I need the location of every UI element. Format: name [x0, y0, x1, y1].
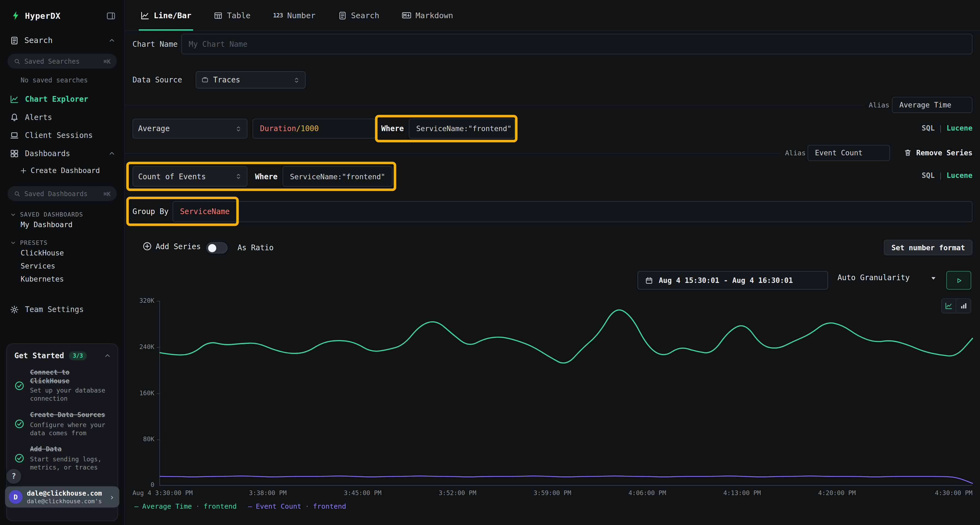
sidebar-item-team-settings[interactable]: Team Settings — [0, 300, 124, 319]
sidebar-item-client-sessions[interactable]: Client Sessions — [0, 126, 124, 144]
datasource-icon — [201, 76, 209, 84]
trash-icon[interactable] — [904, 149, 912, 157]
groupby-token: ServiceName — [180, 207, 229, 216]
x-axis-label: 3:45:00 PM — [344, 489, 381, 496]
chevron-up-icon[interactable] — [104, 352, 111, 360]
markdown-icon — [402, 11, 411, 20]
legend-dash: — — [134, 503, 138, 511]
date-range-value: Aug 4 15:30:01 - Aug 4 16:30:01 — [659, 276, 793, 284]
where-input-series2[interactable]: ServiceName:"frontend" — [283, 166, 393, 187]
remove-series-button[interactable]: Remove Series — [916, 149, 973, 157]
sidebar-item-label: Alerts — [25, 113, 52, 121]
tab-markdown[interactable]: Markdown — [402, 0, 453, 30]
collapse-sidebar-button[interactable] — [106, 11, 115, 20]
aggregation-select-series2[interactable]: Count of Events — [132, 166, 247, 187]
section-divider — [125, 105, 865, 106]
legend-item-average-time[interactable]: — Average Time · frontend — [134, 503, 237, 511]
alias-input-series2[interactable] — [807, 145, 890, 161]
get-started-item-title: Add Data — [30, 445, 111, 454]
expr-field-token: Duration — [260, 124, 296, 133]
line-chart-icon — [945, 302, 953, 310]
laptop-icon — [10, 131, 19, 140]
caret-down-icon — [929, 274, 937, 282]
saved-dashboards-header[interactable]: SAVED DASHBOARDS — [0, 211, 124, 218]
panel-icon — [106, 11, 115, 20]
query-language-switch-series2: SQL | Lucene — [922, 171, 973, 180]
chevron-up-icon[interactable] — [108, 150, 116, 157]
alias-input-series1[interactable] — [892, 97, 972, 113]
where-input-series1[interactable]: ServiceName:"frontend" — [409, 119, 515, 138]
date-range-picker[interactable]: Aug 4 15:30:01 - Aug 4 16:30:01 — [638, 271, 828, 290]
chevron-right-icon: › — [110, 492, 115, 501]
sql-toggle[interactable]: SQL — [922, 171, 935, 180]
set-number-format-button[interactable]: Set number format — [884, 240, 972, 255]
select-arrows-icon — [293, 76, 300, 83]
dashboards-grid-icon — [10, 149, 19, 157]
series-divider — [125, 153, 781, 154]
tab-line-bar[interactable]: Line/Bar — [141, 0, 191, 30]
chart-name-input[interactable] — [181, 34, 973, 54]
presets-header[interactable]: PRESETS — [0, 239, 124, 246]
x-axis-label: Aug 4 3:30:00 PM — [132, 489, 193, 496]
line-view-button[interactable] — [941, 298, 956, 313]
chart-display-toggles — [941, 298, 971, 313]
y-axis-label: 80K — [117, 436, 154, 443]
search-section-header[interactable]: Search — [0, 29, 124, 48]
create-dashboard-button[interactable]: Create Dashboard — [0, 162, 124, 179]
search-icon — [14, 58, 21, 65]
sidebar-item-dashboards[interactable]: Dashboards — [0, 144, 124, 162]
app-title: HyperDX — [25, 11, 61, 20]
tab-search[interactable]: Search — [338, 0, 379, 30]
search-results-icon — [338, 11, 347, 20]
granularity-select[interactable]: Auto Granularity — [838, 273, 937, 282]
data-source-select[interactable]: Traces — [196, 71, 306, 89]
field-expression-input-series1[interactable]: Duration/1000 — [253, 119, 375, 138]
lucene-toggle[interactable]: Lucene — [947, 124, 972, 132]
main-content: Line/Bar Table 123 Number Search Markdow… — [125, 0, 980, 525]
help-button[interactable]: ? — [6, 469, 21, 484]
saved-searches-input[interactable]: Saved Searches ⌘K — [8, 54, 117, 68]
table-icon — [214, 11, 223, 20]
get-started-item: Add Data Start sending logs, metrics, or… — [14, 445, 111, 471]
x-axis-label: 3:52:00 PM — [439, 489, 476, 496]
tab-table[interactable]: Table — [214, 0, 251, 30]
y-axis-label: 240K — [117, 343, 154, 350]
check-circle-icon — [14, 419, 24, 429]
dashboard-link-my-dashboard[interactable]: My Dashboard — [0, 218, 124, 232]
plus-circle-icon — [142, 241, 152, 251]
chart-line-icon — [10, 95, 19, 103]
bar-view-button[interactable] — [956, 298, 971, 313]
expr-div-token: /1000 — [296, 124, 319, 133]
get-started-header[interactable]: Get Started 3/3 — [14, 351, 111, 360]
play-icon — [955, 277, 962, 284]
saved-dashboards-input[interactable]: Saved Dashboards ⌘K — [8, 186, 117, 201]
run-query-button[interactable] — [946, 271, 971, 290]
as-ratio-label: As Ratio — [237, 243, 274, 252]
group-by-label: Group By — [132, 207, 169, 216]
sidebar-item-label: Dashboards — [25, 149, 70, 157]
x-axis-label: 3:59:00 PM — [533, 489, 571, 496]
group-by-input[interactable]: ServiceName — [173, 201, 973, 222]
as-ratio-toggle[interactable] — [206, 242, 228, 253]
sql-toggle[interactable]: SQL — [922, 124, 935, 132]
lucene-toggle[interactable]: Lucene — [947, 171, 972, 180]
add-series-button[interactable]: Add Series — [142, 241, 200, 251]
chart-plot-area[interactable] — [159, 301, 972, 485]
user-menu[interactable]: D dale@clickhouse.com dale@clickhouse.co… — [5, 486, 119, 508]
logo-row: HyperDX — [0, 0, 124, 29]
chevron-up-icon[interactable] — [108, 36, 116, 44]
sidebar-item-chart-explorer[interactable]: Chart Explorer — [0, 90, 124, 108]
alias-label: Alias — [869, 101, 889, 109]
legend-dash: — — [248, 503, 252, 511]
chart-name-label: Chart Name — [132, 40, 178, 49]
preset-link-kubernetes[interactable]: Kubernetes — [0, 272, 124, 285]
bar-chart-icon — [959, 302, 967, 310]
tab-number[interactable]: 123 Number — [273, 0, 315, 30]
preset-link-clickhouse[interactable]: ClickHouse — [0, 246, 124, 259]
hyperdx-logo-icon — [11, 11, 21, 21]
preset-link-services[interactable]: Services — [0, 259, 124, 272]
sidebar-item-alerts[interactable]: Alerts — [0, 108, 124, 126]
bell-icon — [10, 113, 19, 121]
legend-item-event-count[interactable]: — Event Count · frontend — [248, 503, 346, 511]
aggregation-select-series1[interactable]: Average — [132, 119, 247, 138]
